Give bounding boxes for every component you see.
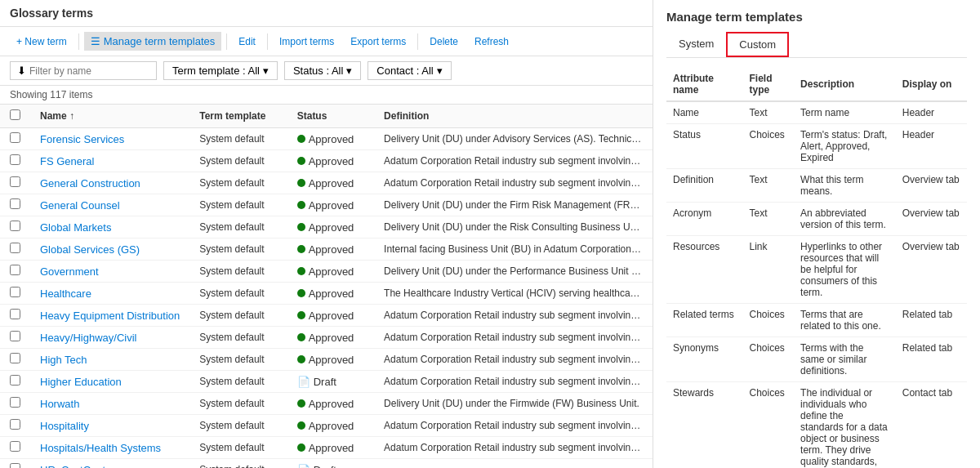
term-template: System default xyxy=(189,305,287,327)
status-approved: Approved xyxy=(297,177,364,189)
table-row: General CounselSystem default ApprovedDe… xyxy=(0,194,653,216)
status-filter[interactable]: Status : All ▾ xyxy=(284,61,361,80)
glossary-table: Name ↑ Term template Status Definition F… xyxy=(0,105,653,468)
term-definition xyxy=(374,459,653,469)
row-checkbox[interactable] xyxy=(10,331,20,341)
refresh-button[interactable]: Refresh xyxy=(468,33,515,51)
attr-desc-cell: The individual or individuals who define… xyxy=(794,382,896,469)
term-name[interactable]: Heavy Equipment Distribution xyxy=(30,305,189,327)
term-status: Approved xyxy=(287,194,374,216)
term-name[interactable]: Global Markets xyxy=(30,216,189,238)
attr-type-cell: Link xyxy=(743,236,795,304)
row-checkbox[interactable] xyxy=(10,154,20,165)
term-name[interactable]: Heavy/Highway/Civil xyxy=(30,327,189,349)
row-checkbox[interactable] xyxy=(10,375,20,386)
table-row: Heavy Equipment DistributionSystem defau… xyxy=(0,305,653,327)
row-checkbox[interactable] xyxy=(10,287,20,297)
attr-name-cell: Resources xyxy=(666,236,743,304)
approved-dot xyxy=(297,399,305,408)
term-definition: Adatum Corporation Retail industry sub s… xyxy=(374,437,653,459)
row-checkbox[interactable] xyxy=(10,397,20,408)
row-checkbox[interactable] xyxy=(10,198,20,209)
table-row: Hospitals/Health SystemsSystem default A… xyxy=(0,437,653,459)
template-icon: ☰ xyxy=(91,35,100,47)
term-status: 📄 Draft xyxy=(287,459,374,469)
table-row: High TechSystem default ApprovedAdatum C… xyxy=(0,349,653,371)
toolbar-divider-1 xyxy=(78,33,79,50)
term-name[interactable]: General Counsel xyxy=(30,194,189,216)
attr-display-cell: Header xyxy=(896,101,967,124)
term-name[interactable]: High Tech xyxy=(30,349,189,371)
attr-display-cell: Header xyxy=(896,124,967,169)
attr-type-cell: Choices xyxy=(743,304,795,337)
term-name[interactable]: Hospitality xyxy=(30,415,189,437)
export-terms-button[interactable]: Export terms xyxy=(344,33,412,51)
draft-icon: 📄 xyxy=(297,376,310,388)
attributes-table: Attribute name Field type Description Di… xyxy=(666,68,967,468)
attr-desc-cell: Term name xyxy=(794,101,896,124)
term-name[interactable]: HR_CostCenter xyxy=(30,459,189,469)
new-term-button[interactable]: + New term xyxy=(10,33,74,51)
term-status: Approved xyxy=(287,415,374,437)
filter-by-name-input[interactable] xyxy=(29,65,149,77)
attr-row: NameTextTerm nameHeader xyxy=(666,101,967,124)
term-definition: The Healthcare Industry Vertical (HCIV) … xyxy=(374,283,653,305)
toolbar: + New term ☰ Manage term templates Edit … xyxy=(0,27,653,56)
attr-header-row: Attribute name Field type Description Di… xyxy=(666,68,967,101)
row-checkbox[interactable] xyxy=(10,132,20,143)
attr-type-cell: Choices xyxy=(743,124,795,169)
filter-bar: ⬇ Term template : All ▾ Status : All ▾ C… xyxy=(0,56,653,86)
term-template-filter[interactable]: Term template : All ▾ xyxy=(163,61,278,80)
edit-button[interactable]: Edit xyxy=(232,33,262,51)
term-name[interactable]: General Construction xyxy=(30,172,189,194)
approved-dot xyxy=(297,355,305,363)
filter-icon: ⬇ xyxy=(17,65,26,77)
col-attr-name: Attribute name xyxy=(666,68,743,101)
row-checkbox[interactable] xyxy=(10,441,20,452)
approved-dot xyxy=(297,245,305,253)
term-name[interactable]: Global Services (GS) xyxy=(30,238,189,261)
table-row: Higher EducationSystem default📄 DraftAda… xyxy=(0,371,653,393)
term-name[interactable]: Horwath xyxy=(30,393,189,415)
term-template: System default xyxy=(189,238,287,261)
chevron-down-icon: ▾ xyxy=(437,65,443,77)
chevron-down-icon: ▾ xyxy=(346,65,352,77)
status-approved: Approved xyxy=(297,398,364,410)
term-template: System default xyxy=(189,437,287,459)
status-approved: Approved xyxy=(297,243,364,256)
term-name[interactable]: Hospitals/Health Systems xyxy=(30,437,189,459)
attr-display-cell: Overview tab xyxy=(896,203,967,236)
row-checkbox[interactable] xyxy=(10,265,20,275)
row-checkbox[interactable] xyxy=(10,353,20,363)
status-approved: Approved xyxy=(297,221,364,234)
term-status: Approved xyxy=(287,128,374,150)
status-approved: Approved xyxy=(297,287,364,300)
status-approved: Approved xyxy=(297,199,364,212)
row-checkbox[interactable] xyxy=(10,419,20,430)
row-checkbox[interactable] xyxy=(10,243,20,253)
term-status: Approved xyxy=(287,261,374,283)
term-name[interactable]: Government xyxy=(30,261,189,283)
approved-dot xyxy=(297,311,305,319)
row-checkbox[interactable] xyxy=(10,176,20,187)
attr-row: StewardsChoicesThe individual or individ… xyxy=(666,382,967,469)
delete-button[interactable]: Delete xyxy=(423,33,465,51)
term-name[interactable]: Higher Education xyxy=(30,371,189,393)
contact-filter[interactable]: Contact : All ▾ xyxy=(368,61,451,80)
tab-system[interactable]: System xyxy=(666,32,726,57)
row-checkbox[interactable] xyxy=(10,309,20,319)
term-name[interactable]: Healthcare xyxy=(30,283,189,305)
row-checkbox[interactable] xyxy=(10,221,20,231)
term-definition: Delivery Unit (DU) under the Firm Risk M… xyxy=(374,194,653,216)
term-name[interactable]: Forensic Services xyxy=(30,128,189,150)
manage-templates-button[interactable]: ☰ Manage term templates xyxy=(84,32,222,51)
term-name[interactable]: FS General xyxy=(30,150,189,172)
row-checkbox[interactable] xyxy=(10,463,20,468)
tab-custom[interactable]: Custom xyxy=(726,32,789,57)
import-terms-button[interactable]: Import terms xyxy=(273,33,341,51)
attr-row: Related termsChoicesTerms that are relat… xyxy=(666,304,967,337)
select-all-checkbox[interactable] xyxy=(10,109,20,120)
toolbar-divider-3 xyxy=(267,33,268,50)
attr-name-cell: Status xyxy=(666,124,743,169)
approved-dot xyxy=(297,223,305,231)
